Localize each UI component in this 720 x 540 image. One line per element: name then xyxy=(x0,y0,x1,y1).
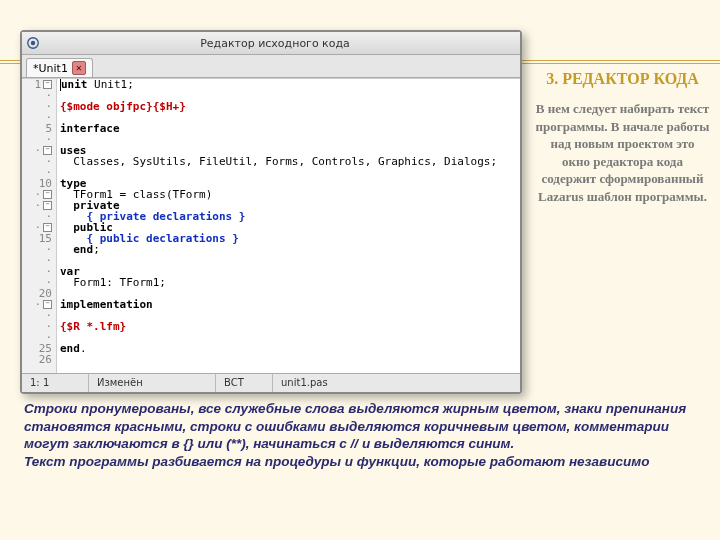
section-body: В нем следует набирать текст программы. … xyxy=(535,100,710,205)
fold-icon[interactable]: − xyxy=(43,201,52,210)
tab-bar: *Unit1 ✕ xyxy=(22,55,520,78)
status-mode: ВСТ xyxy=(216,374,273,392)
gutter: 1− · · · 5 · ·− · · 10 ·− ·− · ·− 15 · ·… xyxy=(22,79,57,373)
bottom-p2: Текст программы разбивается на процедуры… xyxy=(24,453,704,471)
bottom-description: Строки пронумерованы, все служебные слов… xyxy=(24,400,704,470)
fold-icon[interactable]: − xyxy=(43,146,52,155)
tab-label: *Unit1 xyxy=(33,62,68,75)
right-panel: 3. РЕДАКТОР КОДА В нем следует набирать … xyxy=(535,70,710,205)
section-title: 3. РЕДАКТОР КОДА xyxy=(535,70,710,88)
code-area[interactable]: 1− · · · 5 · ·− · · 10 ·− ·− · ·− 15 · ·… xyxy=(22,78,520,373)
status-position: 1: 1 xyxy=(22,374,89,392)
statusbar: 1: 1 Изменён ВСТ unit1.pas xyxy=(22,373,520,392)
source-editor-window: Редактор исходного кода *Unit1 ✕ 1− · · … xyxy=(20,30,522,394)
system-menu-icon[interactable] xyxy=(26,36,40,50)
tab-unit1[interactable]: *Unit1 ✕ xyxy=(26,58,93,77)
window-title: Редактор исходного кода xyxy=(44,37,506,50)
close-icon[interactable]: ✕ xyxy=(72,61,86,75)
fold-icon[interactable]: − xyxy=(43,190,52,199)
code-lines[interactable]: unit Unit1; {$mode objfpc}{$H+} interfac… xyxy=(57,79,520,373)
bottom-p1: Строки пронумерованы, все служебные слов… xyxy=(24,400,704,453)
fold-icon[interactable]: − xyxy=(43,300,52,309)
svg-point-1 xyxy=(31,41,35,45)
status-filename: unit1.pas xyxy=(273,374,520,392)
fold-icon[interactable]: − xyxy=(43,80,52,89)
status-modified: Изменён xyxy=(89,374,216,392)
titlebar: Редактор исходного кода xyxy=(22,32,520,55)
fold-icon[interactable]: − xyxy=(43,223,52,232)
